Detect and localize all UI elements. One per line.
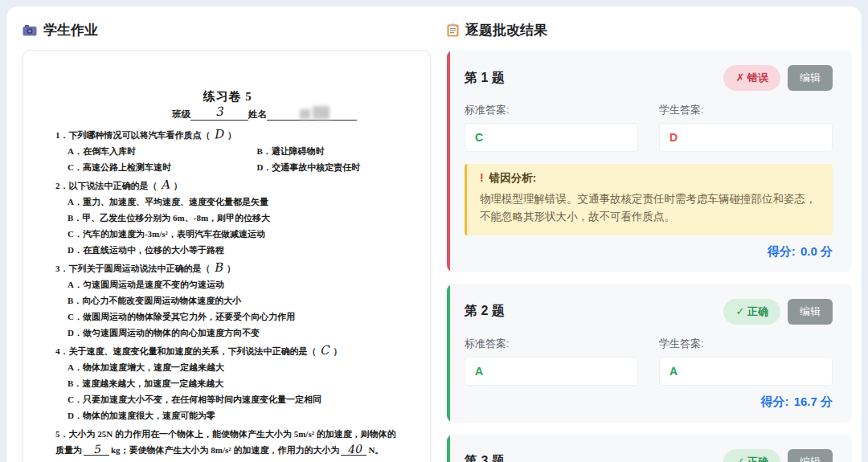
main-panel: 学生作业 练习卷 5 班级3姓名 1．下列哪种情况可以将汽车看作质点（ D ）A… [6, 6, 862, 462]
left-panel-title-text: 学生作业 [43, 21, 98, 39]
question-stem: 2．以下说法中正确的是（ A ） [55, 178, 399, 194]
option: A．匀速圆周运动是速度不变的匀速运动 [68, 276, 399, 292]
standard-answer-col: 标准答案: A [465, 337, 638, 386]
student-answer-col: 学生答案: A [659, 337, 833, 386]
grading-results-panel: 逐题批改结果 第 1 题 ✗ 错误 编辑 标准答案: C 学生答案: D !错因… [447, 21, 852, 462]
name-label: 姓名 [248, 108, 267, 121]
question-result-card: 第 2 题 ✓ 正确 编辑 标准答案: A 学生答案: A 得分: 16.7 分 [447, 284, 852, 423]
question-number: 第 2 题 [465, 303, 505, 320]
option: D．物体的加速度很大，速度可能为零 [68, 407, 399, 423]
answers-row: 标准答案: C 学生答案: D [465, 103, 833, 152]
option: C．只要加速度大小不变，在任何相等时间内速度变化量一定相同 [68, 391, 399, 407]
homework-scan-image: 练习卷 5 班级3姓名 1．下列哪种情况可以将汽车看作质点（ D ）A．在倒车入… [23, 50, 431, 462]
status-badge: ✗ 错误 [723, 65, 780, 91]
option: D．在直线运动中，位移的大小等于路程 [68, 242, 399, 258]
score-line: 得分: 16.7 分 [465, 395, 833, 410]
edit-button[interactable]: 编辑 [788, 65, 833, 91]
question: 3．下列关于圆周运动说法中正确的是（ B ）A．匀速圆周运动是速度不变的匀速运动… [55, 260, 399, 341]
score-line: 得分: 0.0 分 [465, 244, 833, 260]
camera-icon [23, 24, 37, 36]
standard-answer-col: 标准答案: C [465, 103, 638, 152]
question-list: 1．下列哪种情况可以将汽车看作质点（ D ）A．在倒车入库时B．避让障碍物时C．… [55, 127, 399, 462]
card-header: 第 3 题 ✓ 正确 编辑 [465, 449, 833, 462]
option: C．高速公路上检测车速时 [68, 159, 256, 175]
question-number: 第 3 题 [465, 453, 505, 462]
option: D．做匀速圆周运动的物体的向心加速度方向不变 [68, 325, 399, 341]
class-label: 班级 [172, 108, 190, 121]
error-analysis-box: !错因分析: 物理模型理解错误。交通事故核定责任时需考虑车辆碰撞部位和姿态，不能… [465, 164, 833, 235]
class-blank: 3 [190, 106, 248, 121]
clipboard-icon [447, 23, 459, 37]
student-answer-col: 学生答案: D [659, 103, 833, 152]
standard-answer-label: 标准答案: [465, 103, 638, 117]
question-result-card: 第 3 题 ✓ 正确 编辑 [447, 434, 852, 462]
option: C．做圆周运动的物体除受其它力外，还要受个向心力作用 [68, 309, 399, 325]
option-list: A．在倒车入库时B．避让障碍物时C．高速公路上检测车速时D．交通事故中核定责任时 [68, 143, 399, 175]
question-number: 第 1 题 [465, 70, 505, 87]
error-analysis-title: !错因分析: [480, 171, 821, 186]
question-stem: 3．下列关于圆周运动说法中正确的是（ B ） [55, 260, 399, 276]
status-badge: ✓ 正确 [723, 449, 780, 462]
right-panel-title-text: 逐题批改结果 [465, 21, 547, 39]
fill-in-blank: 5 [84, 444, 109, 456]
option: A．重力、加速度、平均速度、速度变化量都是矢量 [68, 194, 399, 210]
card-header: 第 1 题 ✗ 错误 编辑 [465, 65, 833, 91]
question-result-card: 第 1 题 ✗ 错误 编辑 标准答案: C 学生答案: D !错因分析: 物理模… [447, 50, 852, 272]
answers-row: 标准答案: A 学生答案: A [465, 337, 833, 386]
option: B．速度越来越大，加速度一定越来越大 [68, 375, 399, 391]
standard-answer-label: 标准答案: [465, 337, 638, 351]
handwritten-class: 3 [214, 106, 226, 119]
edit-button[interactable]: 编辑 [788, 299, 833, 325]
option: A．物体加速度增大，速度一定越来越大 [68, 359, 399, 375]
option: B．甲、乙发生位移分别为 6m、-8m，则甲的位移大 [68, 210, 399, 226]
question-stem: 1．下列哪种情况可以将汽车看作质点（ D ） [55, 127, 399, 143]
question: 5．大小为 25N 的力作用在一个物体上，能使物体产生大小为 5m/s² 的加速… [55, 426, 399, 458]
grading-cards: 第 1 题 ✗ 错误 编辑 标准答案: C 学生答案: D !错因分析: 物理模… [447, 50, 852, 462]
option: C．汽车的加速度为-3m/s²，表明汽车在做减速运动 [68, 226, 399, 242]
question: 1．下列哪种情况可以将汽车看作质点（ D ）A．在倒车入库时B．避让障碍物时C．… [55, 127, 399, 175]
standard-answer-value: A [465, 357, 638, 386]
redacted-name [300, 109, 310, 119]
option-list: A．重力、加速度、平均速度、速度变化量都是矢量B．甲、乙发生位移分别为 6m、-… [68, 194, 399, 258]
edit-button[interactable]: 编辑 [788, 449, 833, 462]
student-homework-panel: 学生作业 练习卷 5 班级3姓名 1．下列哪种情况可以将汽车看作质点（ D ）A… [23, 21, 431, 462]
question: 2．以下说法中正确的是（ A ）A．重力、加速度、平均速度、速度变化量都是矢量B… [55, 178, 399, 258]
card-header: 第 2 题 ✓ 正确 编辑 [465, 299, 833, 325]
option: B．避让障碍物时 [256, 143, 399, 159]
paper-meta: 班级3姓名 [152, 106, 399, 121]
option: D．交通事故中核定责任时 [256, 159, 399, 175]
student-answer-value: D [659, 123, 833, 152]
fill-in-blank: 40 [341, 444, 366, 456]
question-stem: 4．关于速度、速度变化量和加速度的关系，下列说法中正确的是（ C ） [55, 343, 399, 359]
standard-answer-value: C [465, 123, 638, 152]
handwritten-answer: 40 [345, 443, 363, 455]
left-panel-title: 学生作业 [23, 21, 431, 39]
student-answer-label: 学生答案: [659, 337, 833, 351]
student-answer-label: 学生答案: [659, 103, 833, 117]
handwritten-answer: 5 [91, 444, 102, 456]
question: 4．关于速度、速度变化量和加速度的关系，下列说法中正确的是（ C ）A．物体加速… [55, 343, 399, 423]
handwritten-answer: A [159, 179, 172, 192]
error-analysis-text: 物理模型理解错误。交通事故核定责任时需考虑车辆碰撞部位和姿态，不能忽略其形状大小… [480, 190, 821, 227]
handwritten-answer: C [318, 344, 331, 357]
name-blank [267, 106, 357, 121]
right-panel-title: 逐题批改结果 [447, 21, 852, 39]
handwritten-answer: B [212, 261, 225, 274]
question-stem: 5．大小为 25N 的力作用在一个物体上，能使物体产生大小为 5m/s² 的加速… [55, 426, 399, 458]
option-list: A．匀速圆周运动是速度不变的匀速运动B．向心力不能改变圆周运动物体速度的大小C．… [68, 276, 399, 341]
paper-title: 练习卷 5 [55, 89, 399, 104]
redacted-name [313, 106, 330, 119]
option: B．向心力不能改变圆周运动物体速度的大小 [68, 292, 399, 309]
option: A．在倒车入库时 [68, 143, 256, 159]
option-list: A．物体加速度增大，速度一定越来越大B．速度越来越大，加速度一定越来越大C．只要… [68, 359, 399, 423]
exclamation-icon: ! [480, 171, 484, 184]
handwritten-answer: D [212, 128, 226, 141]
status-badge: ✓ 正确 [723, 299, 780, 325]
student-answer-value: A [659, 357, 833, 386]
